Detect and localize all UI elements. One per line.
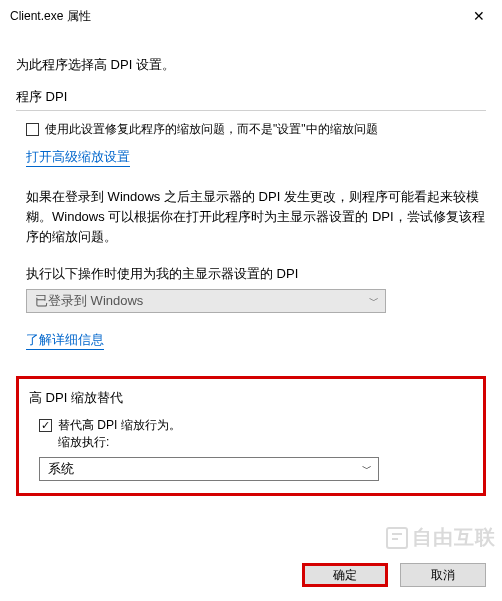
close-button[interactable]: ✕: [456, 0, 502, 32]
program-dpi-section: 程序 DPI 使用此设置修复此程序的缩放问题，而不是"设置"中的缩放问题 打开高…: [16, 88, 486, 360]
watermark-icon: [386, 527, 408, 549]
scaling-performed-by-select[interactable]: 系统 ﹀: [39, 457, 379, 481]
override-checkbox-row[interactable]: ✓ 替代高 DPI 缩放行为。 缩放执行:: [39, 417, 473, 451]
watermark: 自由互联: [386, 524, 496, 551]
cancel-button[interactable]: 取消: [400, 563, 486, 587]
learn-more-link[interactable]: 了解详细信息: [26, 331, 104, 350]
program-dpi-label: 程序 DPI: [16, 88, 486, 106]
chevron-down-icon: ﹀: [362, 462, 372, 476]
override-checkbox-label: 替代高 DPI 缩放行为。: [58, 417, 181, 434]
checkbox-icon: [26, 123, 39, 136]
scaling-select-value: 系统: [48, 460, 74, 478]
dialog-content: 为此程序选择高 DPI 设置。 程序 DPI 使用此设置修复此程序的缩放问题，而…: [0, 32, 502, 496]
fix-scaling-checkbox-row[interactable]: 使用此设置修复此程序的缩放问题，而不是"设置"中的缩放问题: [26, 121, 486, 138]
when-select-value: 已登录到 Windows: [35, 292, 143, 310]
divider: [16, 110, 486, 111]
when-select: 已登录到 Windows ﹀: [26, 289, 386, 313]
intro-text: 为此程序选择高 DPI 设置。: [16, 56, 486, 74]
fix-scaling-checkbox-label: 使用此设置修复此程序的缩放问题，而不是"设置"中的缩放问题: [45, 121, 378, 138]
window-title: Client.exe 属性: [10, 8, 456, 25]
override-sublabel: 缩放执行:: [58, 434, 181, 451]
ok-button[interactable]: 确定: [302, 563, 388, 587]
open-advanced-scaling-link[interactable]: 打开高级缩放设置: [26, 148, 130, 167]
titlebar: Client.exe 属性 ✕: [0, 0, 502, 32]
ok-button-label: 确定: [333, 567, 357, 584]
program-dpi-body: 使用此设置修复此程序的缩放问题，而不是"设置"中的缩放问题 打开高级缩放设置 如…: [26, 121, 486, 360]
watermark-text: 自由互联: [412, 524, 496, 551]
checkbox-icon: ✓: [39, 419, 52, 432]
program-dpi-description: 如果在登录到 Windows 之后主显示器的 DPI 发生更改，则程序可能看起来…: [26, 187, 486, 247]
chevron-down-icon: ﹀: [369, 294, 379, 308]
when-label: 执行以下操作时使用为我的主显示器设置的 DPI: [26, 265, 486, 283]
override-checkbox-texts: 替代高 DPI 缩放行为。 缩放执行:: [58, 417, 181, 451]
dialog-footer: 确定 取消: [302, 563, 486, 587]
override-label: 高 DPI 缩放替代: [29, 389, 473, 407]
high-dpi-override-section: 高 DPI 缩放替代 ✓ 替代高 DPI 缩放行为。 缩放执行: 系统 ﹀: [16, 376, 486, 496]
close-icon: ✕: [473, 8, 485, 24]
cancel-button-label: 取消: [431, 567, 455, 584]
check-icon: ✓: [41, 420, 50, 431]
